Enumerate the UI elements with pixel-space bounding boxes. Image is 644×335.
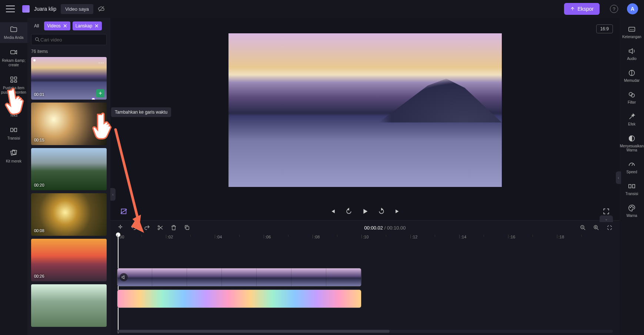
rail-brandkit[interactable]: Kit merek [0,146,27,167]
search-row[interactable] [31,34,107,45]
media-thumb[interactable]: 00:08 [31,193,107,236]
timeline-tracks[interactable] [110,244,620,335]
rail-text[interactable]: Teks [0,100,27,121]
playback-controls [110,202,620,220]
close-icon[interactable]: ✕ [63,23,67,29]
svg-rect-2 [11,77,13,79]
camera-icon [10,48,18,56]
rrail-fade[interactable]: Memudar [624,67,640,85]
rail-transitions[interactable]: Transisi [0,123,27,144]
timeline-ruler[interactable]: :00:02:04:06:08:10:12:14:16:18 [117,235,620,244]
next-frame-button[interactable] [393,207,402,216]
tick-label: :14 [461,235,466,239]
rrail-effects[interactable]: Efek [628,110,636,128]
add-to-timeline-button[interactable]: + [96,89,104,97]
rrail-speed[interactable]: Speed [627,158,637,176]
prev-frame-button[interactable] [328,207,337,216]
media-thumb[interactable]: 00:26 [31,239,107,281]
rrail-color[interactable]: Warna [626,202,637,220]
right-panel-expand-button[interactable]: ‹ [616,171,621,184]
tick-label: :08 [314,235,320,239]
user-avatar[interactable]: A [627,3,638,14]
svg-rect-12 [186,227,189,230]
zoom-in-button[interactable] [593,224,600,231]
svg-rect-4 [11,81,13,83]
clip-audio-button[interactable] [120,273,128,281]
rewind-button[interactable] [344,207,353,216]
rail-library[interactable]: Pustaka item pustaka konten [0,73,27,98]
aspect-ratio-button[interactable]: 16:9 [596,24,613,33]
skip-start-icon [329,208,336,215]
media-thumb[interactable]: 00:15 [31,103,107,145]
rrail-audio[interactable]: Audio [627,45,637,63]
svg-point-22 [630,207,631,208]
rrail-filter[interactable]: Filter [628,88,636,107]
redo-button[interactable] [144,224,150,231]
rewind-icon [345,208,353,215]
media-thumb[interactable]: ⋯ 00:01 + [31,57,107,100]
svg-rect-1 [11,50,15,54]
scrub-handle-icon[interactable] [91,97,96,100]
contrast-icon [628,134,636,143]
rrail-transition[interactable]: Transisi [625,180,638,198]
timeline-scrollbar[interactable] [117,330,613,333]
delete-button[interactable] [170,224,177,231]
fullscreen-button[interactable] [602,207,611,216]
zoom-in-icon [593,224,600,231]
sparkle-button[interactable] [117,224,124,231]
forward-button[interactable] [377,207,386,216]
more-icon[interactable]: ⋯ [98,59,104,66]
svg-point-23 [631,206,632,207]
chip-lanskap[interactable]: Lanskap✕ [73,21,102,30]
crop-button[interactable] [119,207,128,216]
brandkit-icon [10,149,18,157]
preview-canvas[interactable] [228,33,502,187]
text-icon [10,103,18,111]
menu-button[interactable] [6,6,15,12]
svg-rect-6 [11,128,13,131]
topbar: Juara klip Video saya Ekspor ? A [0,0,644,18]
search-input[interactable] [40,37,103,43]
media-panel: All Videos✕ Lanskap✕ 76 items ⋯ 00:01 + … [27,18,110,335]
close-icon[interactable]: ✕ [94,23,99,29]
chip-all[interactable]: All [31,22,42,30]
timeline-collapse-button[interactable]: ⌄ [600,215,613,222]
fit-icon [606,224,613,231]
play-button[interactable] [361,207,370,216]
rrail-captions[interactable]: Keterangan [622,23,641,41]
rrail-adjust[interactable]: Menyesuaikan Warna [620,132,644,154]
rail-record[interactable]: Rekam &amp; create [0,45,27,70]
tick-label: :02 [167,235,173,239]
undo-button[interactable] [130,224,137,231]
svg-rect-21 [633,184,635,188]
tick-label: :06 [265,235,271,239]
forward-icon [378,208,385,215]
gauge-icon [628,160,636,168]
duplicate-icon [184,224,190,231]
my-video-button[interactable]: Video saya [61,4,93,14]
duplicate-button[interactable] [184,224,190,231]
left-rail: Media Anda Rekam &amp; create Pustaka it… [0,18,27,335]
svg-rect-15 [629,27,635,31]
video-clip[interactable] [117,268,361,287]
rail-media[interactable]: Media Anda [0,22,27,43]
split-button[interactable] [157,224,164,231]
media-thumb[interactable] [31,284,107,327]
panel-collapse-button[interactable]: ‹ [110,188,116,201]
zoom-out-button[interactable] [580,224,586,231]
svg-rect-5 [14,81,17,83]
library-icon [10,76,18,84]
export-button[interactable]: Ekspor [564,3,600,15]
add-tooltip: Tambahkan ke garis waktu [111,107,171,117]
tick-label: :04 [216,235,222,239]
fade-icon [628,69,636,77]
timeline-toolbar: 00:00.02 / 00:10.00 [110,221,620,235]
media-thumb[interactable]: 00:20 [31,148,107,191]
cloud-sync-icon[interactable] [98,5,105,13]
wand-icon [628,113,636,121]
chip-videos[interactable]: Videos✕ [44,21,70,30]
audio-clip[interactable] [117,289,361,308]
help-button[interactable]: ? [610,5,618,13]
zoom-fit-button[interactable] [606,224,613,231]
captions-icon [628,25,636,33]
